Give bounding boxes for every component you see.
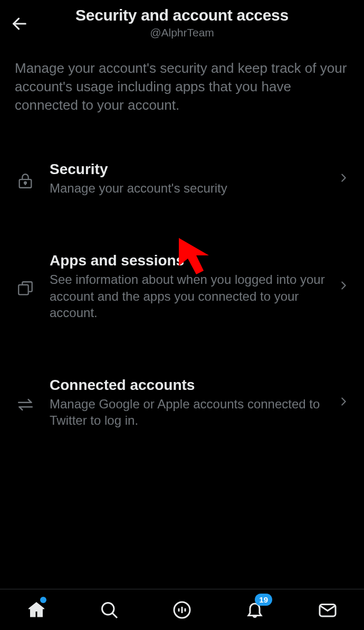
- back-button[interactable]: [11, 15, 28, 35]
- setting-security[interactable]: Security Manage your account's security: [0, 151, 364, 206]
- nav-notifications[interactable]: 19: [242, 597, 268, 623]
- username: @AlphrTeam: [11, 26, 353, 39]
- chevron-right-icon: [338, 396, 349, 409]
- page-description: Manage your account's security and keep …: [0, 43, 364, 125]
- nav-home-dot: [40, 597, 46, 603]
- arrow-left-icon: [11, 15, 28, 33]
- setting-subtitle: See information about when you logged in…: [50, 271, 327, 321]
- setting-text: Security Manage your account's security: [36, 161, 338, 196]
- setting-text: Apps and sessions See information about …: [36, 252, 338, 321]
- setting-connected-accounts[interactable]: Connected accounts Manage Google or Appl…: [0, 367, 364, 438]
- nav-messages[interactable]: [314, 597, 341, 623]
- search-icon: [100, 600, 119, 619]
- header-content: Security and account access @AlphrTeam: [11, 6, 353, 39]
- setting-title: Apps and sessions: [50, 252, 327, 269]
- settings-list: Security Manage your account's security …: [0, 151, 364, 438]
- setting-subtitle: Manage your account's security: [50, 180, 327, 196]
- svg-rect-4: [18, 285, 28, 294]
- setting-title: Security: [50, 161, 327, 178]
- nav-search[interactable]: [96, 597, 122, 623]
- nav-badge: 19: [255, 594, 272, 606]
- svg-line-9: [112, 613, 117, 618]
- setting-text: Connected accounts Manage Google or Appl…: [36, 377, 338, 428]
- lock-icon: [15, 168, 36, 190]
- setting-subtitle: Manage Google or Apple accounts connecte…: [50, 396, 327, 428]
- setting-title: Connected accounts: [50, 377, 327, 394]
- home-icon: [27, 600, 46, 619]
- header: Security and account access @AlphrTeam: [0, 0, 364, 43]
- chevron-right-icon: [338, 172, 349, 186]
- bottom-nav: 19: [0, 589, 364, 630]
- microphone-icon: [173, 600, 191, 619]
- svg-point-2: [24, 182, 26, 184]
- envelope-icon: [318, 600, 337, 619]
- page-title: Security and account access: [11, 6, 353, 24]
- nav-spaces[interactable]: [169, 597, 195, 623]
- swap-arrows-icon: [15, 392, 36, 414]
- apps-icon: [15, 275, 36, 298]
- chevron-right-icon: [338, 280, 349, 293]
- setting-apps-sessions[interactable]: Apps and sessions See information about …: [0, 243, 364, 330]
- svg-point-8: [102, 603, 114, 615]
- nav-home[interactable]: [23, 597, 50, 623]
